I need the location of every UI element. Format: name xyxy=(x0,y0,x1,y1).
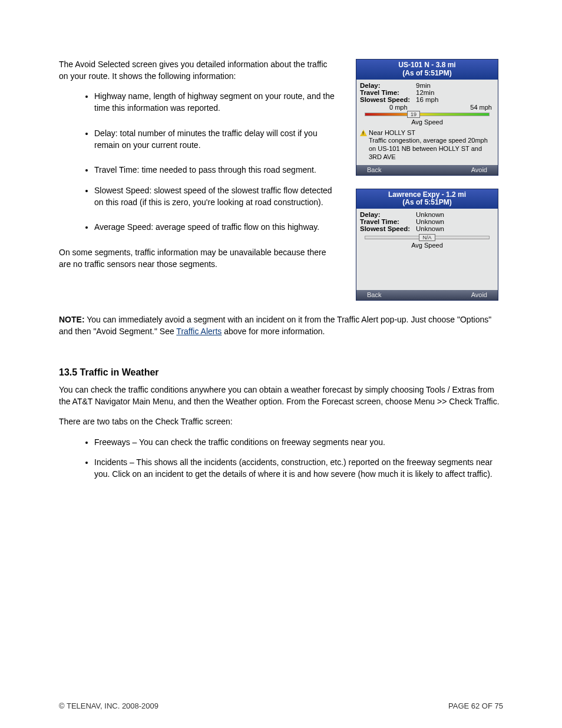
screenshot-1: US-101 N - 3.8 mi (As of 5:51PM) Delay: … xyxy=(356,59,498,176)
range-high: 54 mph xyxy=(470,104,492,111)
intro-text: The Avoid Selected screen gives you deta… xyxy=(59,59,338,82)
range-low: 0 mph xyxy=(389,104,408,111)
feature-list: Highway name, length of highway segment … xyxy=(59,90,338,233)
traffic-tabs-list: Freeways – You can check the traffic con… xyxy=(59,436,503,480)
header-title: Lawrence Expy - 1.2 mi xyxy=(356,191,498,199)
section-body-1: You can check the traffic conditions any… xyxy=(59,384,503,408)
slowest-value: 16 mph xyxy=(416,96,438,103)
incident-block: Near HOLLY ST Traffic congestion, averag… xyxy=(360,129,494,162)
screen-footer: Back Avoid xyxy=(356,290,498,300)
travel-label: Travel Time: xyxy=(360,89,416,96)
speed-range: 0 mph 54 mph xyxy=(360,104,494,111)
header-title: US-101 N - 3.8 mi xyxy=(356,61,498,70)
note-text-post: above for more information. xyxy=(222,327,325,336)
avg-speed-label: Avg Speed xyxy=(360,242,494,249)
back-button[interactable]: Back xyxy=(367,291,381,298)
list-item: Travel Time: time needed to pass through… xyxy=(94,164,338,176)
slowest-row: Slowest Speed: Unknown xyxy=(360,225,494,232)
page-number: PAGE 62 OF 75 xyxy=(448,701,503,710)
list-item: Highway name, length of highway segment … xyxy=(94,90,338,114)
note-block: NOTE: You can immediately avoid a segmen… xyxy=(59,314,503,338)
travel-row: Travel Time: Unknown xyxy=(360,218,494,225)
screenshot-2: Lawrence Expy - 1.2 mi (As of 5:51PM) De… xyxy=(356,189,498,301)
list-item: Slowest Speed: slowest speed of the slow… xyxy=(94,185,338,209)
delay-row: Delay: 9min xyxy=(360,82,494,89)
travel-value: 12min xyxy=(416,89,434,96)
delay-value: Unknown xyxy=(416,211,444,218)
section-heading: 13.5 Traffic in Weather xyxy=(59,367,503,378)
slowest-row: Slowest Speed: 16 mph xyxy=(360,96,494,103)
list-item: Delay: total number of minutes the traff… xyxy=(94,127,338,151)
warning-icon xyxy=(360,130,367,136)
avg-speed-label: Avg Speed xyxy=(360,118,494,126)
traffic-alerts-link[interactable]: Traffic Alerts xyxy=(176,327,222,336)
avoid-button[interactable]: Avoid xyxy=(471,166,487,173)
incident-location: Near HOLLY ST xyxy=(369,129,415,136)
screen-header: US-101 N - 3.8 mi (As of 5:51PM) xyxy=(356,60,498,80)
slowest-label: Slowest Speed: xyxy=(360,96,416,103)
screen-footer: Back Avoid xyxy=(356,165,498,175)
header-subtitle: (As of 5:51PM) xyxy=(356,199,498,207)
delay-label: Delay: xyxy=(360,211,416,218)
travel-row: Travel Time: 12min xyxy=(360,89,494,96)
delay-label: Delay: xyxy=(360,82,416,89)
note-label: NOTE: xyxy=(59,315,85,324)
avoid-button[interactable]: Avoid xyxy=(471,291,487,298)
speed-gradient xyxy=(365,113,490,116)
section-body-2: There are two tabs on the Check Traffic … xyxy=(59,416,503,427)
copyright: © TELENAV, INC. 2008-2009 xyxy=(59,701,158,710)
delay-value: 9min xyxy=(416,82,431,89)
list-item: Incidents – This shows all the incidents… xyxy=(94,456,503,480)
travel-value: Unknown xyxy=(416,218,444,225)
incident-text: Near HOLLY ST Traffic congestion, averag… xyxy=(369,129,492,162)
travel-label: Travel Time: xyxy=(360,218,416,225)
speed-marker: 19 xyxy=(407,111,420,118)
back-button[interactable]: Back xyxy=(367,166,381,173)
delay-row: Delay: Unknown xyxy=(360,211,494,218)
incident-detail: Traffic congestion, average speed 20mph … xyxy=(369,137,488,160)
header-subtitle: (As of 5:51PM) xyxy=(356,70,498,78)
speed-marker: N/A xyxy=(419,234,435,241)
after-list-text: On some segments, traffic information ma… xyxy=(59,246,338,271)
speed-bar: 19 xyxy=(365,111,490,117)
slowest-label: Slowest Speed: xyxy=(360,225,416,232)
screen-header: Lawrence Expy - 1.2 mi (As of 5:51PM) xyxy=(356,189,498,209)
speed-bar: N/A xyxy=(365,235,490,241)
page-footer: © TELENAV, INC. 2008-2009 PAGE 62 OF 75 xyxy=(59,701,503,710)
list-item: Freeways – You can check the traffic con… xyxy=(94,436,503,448)
slowest-value: Unknown xyxy=(416,225,444,232)
list-item: Average Speed: average speed of traffic … xyxy=(94,221,338,233)
